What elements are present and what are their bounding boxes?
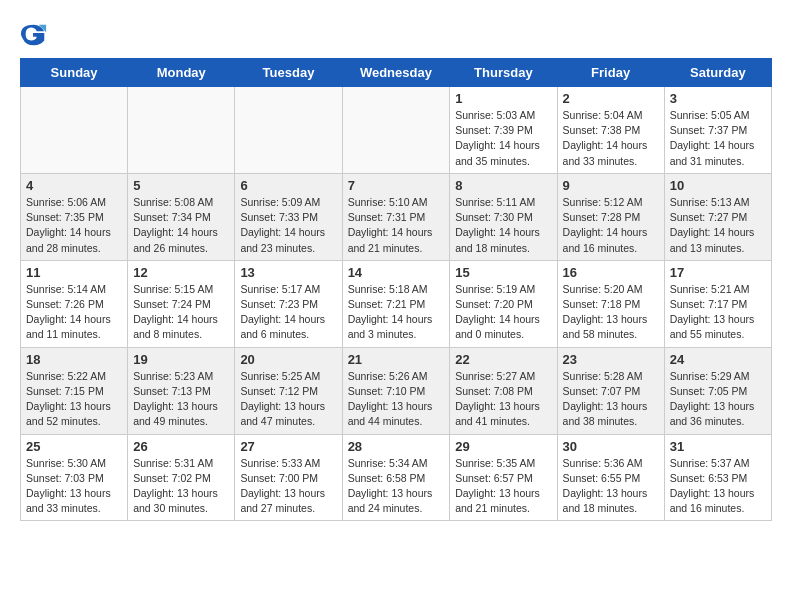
day-info: Sunrise: 5:21 AM Sunset: 7:17 PM Dayligh…	[670, 282, 766, 343]
calendar-cell: 25Sunrise: 5:30 AM Sunset: 7:03 PM Dayli…	[21, 434, 128, 521]
weekday-header-saturday: Saturday	[664, 59, 771, 87]
day-number: 15	[455, 265, 551, 280]
calendar-week-row: 11Sunrise: 5:14 AM Sunset: 7:26 PM Dayli…	[21, 260, 772, 347]
day-number: 16	[563, 265, 659, 280]
calendar-cell: 4Sunrise: 5:06 AM Sunset: 7:35 PM Daylig…	[21, 173, 128, 260]
calendar-cell: 11Sunrise: 5:14 AM Sunset: 7:26 PM Dayli…	[21, 260, 128, 347]
day-info: Sunrise: 5:05 AM Sunset: 7:37 PM Dayligh…	[670, 108, 766, 169]
day-number: 14	[348, 265, 445, 280]
day-number: 26	[133, 439, 229, 454]
calendar-cell: 6Sunrise: 5:09 AM Sunset: 7:33 PM Daylig…	[235, 173, 342, 260]
day-number: 8	[455, 178, 551, 193]
day-info: Sunrise: 5:30 AM Sunset: 7:03 PM Dayligh…	[26, 456, 122, 517]
logo-icon	[20, 20, 48, 48]
calendar-week-row: 25Sunrise: 5:30 AM Sunset: 7:03 PM Dayli…	[21, 434, 772, 521]
calendar-cell: 14Sunrise: 5:18 AM Sunset: 7:21 PM Dayli…	[342, 260, 450, 347]
weekday-header-friday: Friday	[557, 59, 664, 87]
calendar-table: SundayMondayTuesdayWednesdayThursdayFrid…	[20, 58, 772, 521]
calendar-cell: 22Sunrise: 5:27 AM Sunset: 7:08 PM Dayli…	[450, 347, 557, 434]
day-number: 20	[240, 352, 336, 367]
day-info: Sunrise: 5:31 AM Sunset: 7:02 PM Dayligh…	[133, 456, 229, 517]
calendar-cell: 27Sunrise: 5:33 AM Sunset: 7:00 PM Dayli…	[235, 434, 342, 521]
day-info: Sunrise: 5:15 AM Sunset: 7:24 PM Dayligh…	[133, 282, 229, 343]
day-number: 10	[670, 178, 766, 193]
day-info: Sunrise: 5:03 AM Sunset: 7:39 PM Dayligh…	[455, 108, 551, 169]
weekday-header-wednesday: Wednesday	[342, 59, 450, 87]
day-info: Sunrise: 5:37 AM Sunset: 6:53 PM Dayligh…	[670, 456, 766, 517]
calendar-cell: 31Sunrise: 5:37 AM Sunset: 6:53 PM Dayli…	[664, 434, 771, 521]
day-info: Sunrise: 5:19 AM Sunset: 7:20 PM Dayligh…	[455, 282, 551, 343]
day-number: 19	[133, 352, 229, 367]
calendar-week-row: 4Sunrise: 5:06 AM Sunset: 7:35 PM Daylig…	[21, 173, 772, 260]
day-info: Sunrise: 5:23 AM Sunset: 7:13 PM Dayligh…	[133, 369, 229, 430]
day-number: 1	[455, 91, 551, 106]
day-info: Sunrise: 5:14 AM Sunset: 7:26 PM Dayligh…	[26, 282, 122, 343]
calendar-cell	[235, 87, 342, 174]
day-number: 7	[348, 178, 445, 193]
calendar-cell	[342, 87, 450, 174]
day-number: 4	[26, 178, 122, 193]
logo	[20, 20, 52, 48]
calendar-cell: 9Sunrise: 5:12 AM Sunset: 7:28 PM Daylig…	[557, 173, 664, 260]
day-info: Sunrise: 5:08 AM Sunset: 7:34 PM Dayligh…	[133, 195, 229, 256]
header	[20, 20, 772, 48]
day-number: 11	[26, 265, 122, 280]
calendar-cell: 3Sunrise: 5:05 AM Sunset: 7:37 PM Daylig…	[664, 87, 771, 174]
weekday-header-tuesday: Tuesday	[235, 59, 342, 87]
calendar-cell	[21, 87, 128, 174]
day-info: Sunrise: 5:10 AM Sunset: 7:31 PM Dayligh…	[348, 195, 445, 256]
day-number: 12	[133, 265, 229, 280]
day-info: Sunrise: 5:33 AM Sunset: 7:00 PM Dayligh…	[240, 456, 336, 517]
calendar-cell: 5Sunrise: 5:08 AM Sunset: 7:34 PM Daylig…	[128, 173, 235, 260]
day-number: 9	[563, 178, 659, 193]
day-number: 23	[563, 352, 659, 367]
calendar-cell: 28Sunrise: 5:34 AM Sunset: 6:58 PM Dayli…	[342, 434, 450, 521]
day-number: 28	[348, 439, 445, 454]
day-info: Sunrise: 5:27 AM Sunset: 7:08 PM Dayligh…	[455, 369, 551, 430]
day-number: 5	[133, 178, 229, 193]
day-info: Sunrise: 5:06 AM Sunset: 7:35 PM Dayligh…	[26, 195, 122, 256]
day-info: Sunrise: 5:11 AM Sunset: 7:30 PM Dayligh…	[455, 195, 551, 256]
day-number: 21	[348, 352, 445, 367]
day-info: Sunrise: 5:34 AM Sunset: 6:58 PM Dayligh…	[348, 456, 445, 517]
weekday-header-monday: Monday	[128, 59, 235, 87]
calendar-cell: 15Sunrise: 5:19 AM Sunset: 7:20 PM Dayli…	[450, 260, 557, 347]
day-number: 13	[240, 265, 336, 280]
weekday-header-sunday: Sunday	[21, 59, 128, 87]
calendar-cell: 16Sunrise: 5:20 AM Sunset: 7:18 PM Dayli…	[557, 260, 664, 347]
day-number: 31	[670, 439, 766, 454]
day-info: Sunrise: 5:28 AM Sunset: 7:07 PM Dayligh…	[563, 369, 659, 430]
day-info: Sunrise: 5:25 AM Sunset: 7:12 PM Dayligh…	[240, 369, 336, 430]
day-info: Sunrise: 5:26 AM Sunset: 7:10 PM Dayligh…	[348, 369, 445, 430]
day-info: Sunrise: 5:35 AM Sunset: 6:57 PM Dayligh…	[455, 456, 551, 517]
day-info: Sunrise: 5:13 AM Sunset: 7:27 PM Dayligh…	[670, 195, 766, 256]
calendar-cell: 2Sunrise: 5:04 AM Sunset: 7:38 PM Daylig…	[557, 87, 664, 174]
calendar-cell: 20Sunrise: 5:25 AM Sunset: 7:12 PM Dayli…	[235, 347, 342, 434]
calendar-cell: 19Sunrise: 5:23 AM Sunset: 7:13 PM Dayli…	[128, 347, 235, 434]
day-info: Sunrise: 5:17 AM Sunset: 7:23 PM Dayligh…	[240, 282, 336, 343]
day-number: 3	[670, 91, 766, 106]
calendar-cell: 23Sunrise: 5:28 AM Sunset: 7:07 PM Dayli…	[557, 347, 664, 434]
calendar-cell: 29Sunrise: 5:35 AM Sunset: 6:57 PM Dayli…	[450, 434, 557, 521]
calendar-cell	[128, 87, 235, 174]
calendar-week-row: 1Sunrise: 5:03 AM Sunset: 7:39 PM Daylig…	[21, 87, 772, 174]
day-info: Sunrise: 5:04 AM Sunset: 7:38 PM Dayligh…	[563, 108, 659, 169]
calendar-cell: 7Sunrise: 5:10 AM Sunset: 7:31 PM Daylig…	[342, 173, 450, 260]
calendar-cell: 1Sunrise: 5:03 AM Sunset: 7:39 PM Daylig…	[450, 87, 557, 174]
day-info: Sunrise: 5:22 AM Sunset: 7:15 PM Dayligh…	[26, 369, 122, 430]
day-number: 29	[455, 439, 551, 454]
calendar-cell: 10Sunrise: 5:13 AM Sunset: 7:27 PM Dayli…	[664, 173, 771, 260]
calendar-week-row: 18Sunrise: 5:22 AM Sunset: 7:15 PM Dayli…	[21, 347, 772, 434]
calendar-cell: 26Sunrise: 5:31 AM Sunset: 7:02 PM Dayli…	[128, 434, 235, 521]
calendar-cell: 17Sunrise: 5:21 AM Sunset: 7:17 PM Dayli…	[664, 260, 771, 347]
calendar-cell: 8Sunrise: 5:11 AM Sunset: 7:30 PM Daylig…	[450, 173, 557, 260]
day-number: 30	[563, 439, 659, 454]
day-number: 22	[455, 352, 551, 367]
day-number: 24	[670, 352, 766, 367]
day-number: 18	[26, 352, 122, 367]
weekday-header-thursday: Thursday	[450, 59, 557, 87]
weekday-header-row: SundayMondayTuesdayWednesdayThursdayFrid…	[21, 59, 772, 87]
day-info: Sunrise: 5:18 AM Sunset: 7:21 PM Dayligh…	[348, 282, 445, 343]
day-number: 27	[240, 439, 336, 454]
day-number: 6	[240, 178, 336, 193]
